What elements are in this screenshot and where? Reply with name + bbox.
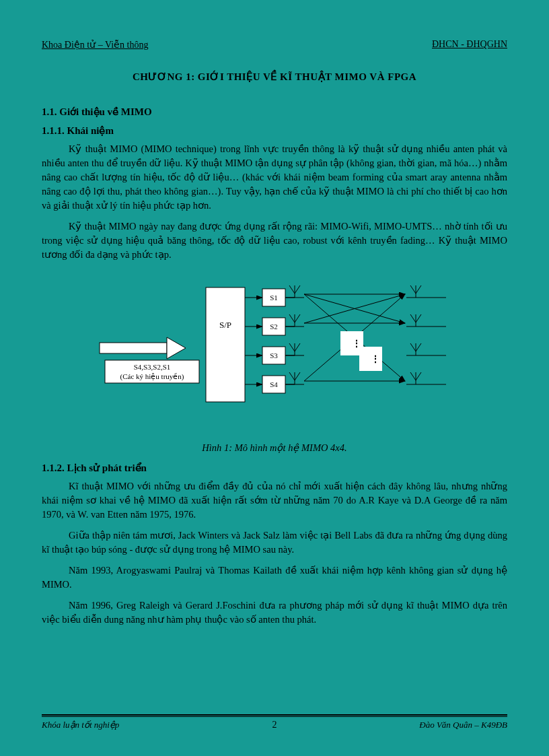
header-right: ĐHCN - ĐHQGHN bbox=[432, 39, 507, 50]
section-1-1: 1.1. Giới thiệu về MIMO bbox=[42, 106, 507, 118]
svg-text:S2: S2 bbox=[270, 322, 278, 331]
chapter-title: CHƯƠNG 1: GIỚI THIỆU VỀ KĨ THUẬT MIMO VÀ… bbox=[42, 71, 507, 83]
svg-text:⋮: ⋮ bbox=[371, 354, 380, 364]
footer-left: Khóa luận tốt nghiệp bbox=[42, 720, 119, 730]
paragraph: Kỹ thuật MIMO ngày nay đang được ứng dụn… bbox=[42, 219, 507, 262]
sp-block: S/P bbox=[206, 287, 245, 402]
paragraph: Giữa thập niên tám mươi, Jack Winters và… bbox=[42, 528, 507, 557]
svg-text:⋮: ⋮ bbox=[352, 339, 361, 349]
input-arrow-icon bbox=[100, 337, 186, 359]
sp-label: S/P bbox=[219, 320, 231, 330]
input-label-line1: S4,S3,S2,S1 bbox=[134, 363, 171, 371]
section-1-1-2: 1.1.2. Lịch sử phát triển bbox=[42, 462, 507, 474]
input-label-box: S4,S3,S2,S1 (Các ký hiệu truyền) bbox=[105, 360, 199, 383]
svg-text:S3: S3 bbox=[270, 351, 278, 359]
occlusion-boxes: ⋮ ⋮ bbox=[340, 331, 382, 371]
svg-text:S4: S4 bbox=[270, 380, 278, 388]
s-boxes: S1 S2 S3 S4 bbox=[245, 289, 285, 393]
svg-text:S1: S1 bbox=[270, 294, 278, 302]
paragraph: Kỹ thuật MIMO (MIMO technique) trong lĩn… bbox=[42, 142, 507, 213]
tx-antennas bbox=[285, 285, 304, 384]
figure-caption: Hình 1: Mô hình một hệ MIMO 4x4. bbox=[42, 442, 507, 454]
footer-right: Đào Văn Quân – K49ĐB bbox=[419, 720, 507, 730]
page-footer: Khóa luận tốt nghiệp 2 Đào Văn Quân – K4… bbox=[42, 714, 507, 730]
figure-mimo-diagram: S4,S3,S2,S1 (Các ký hiệu truyền) S/P S1 … bbox=[42, 274, 507, 415]
svg-rect-1 bbox=[100, 343, 167, 353]
page-number: 2 bbox=[272, 720, 277, 730]
header-left: Khoa Điện tử – Viễn thông bbox=[42, 39, 149, 50]
input-label-line2: (Các ký hiệu truyền) bbox=[120, 372, 184, 381]
svg-marker-2 bbox=[167, 337, 186, 359]
paragraph: Năm 1993, Arogyaswami Paulraj và Thomas … bbox=[42, 563, 507, 592]
svg-rect-4 bbox=[206, 287, 245, 402]
rx-antennas bbox=[406, 285, 446, 384]
page-header: Khoa Điện tử – Viễn thông ĐHCN - ĐHQGHN bbox=[42, 39, 507, 50]
section-1-1-1: 1.1.1. Khái niệm bbox=[42, 125, 507, 137]
paragraph: Kĩ thuật MIMO với những ưu điểm đầy đủ c… bbox=[42, 479, 507, 522]
paragraph: Năm 1996, Greg Raleigh và Gerard J.Fosch… bbox=[42, 598, 507, 627]
